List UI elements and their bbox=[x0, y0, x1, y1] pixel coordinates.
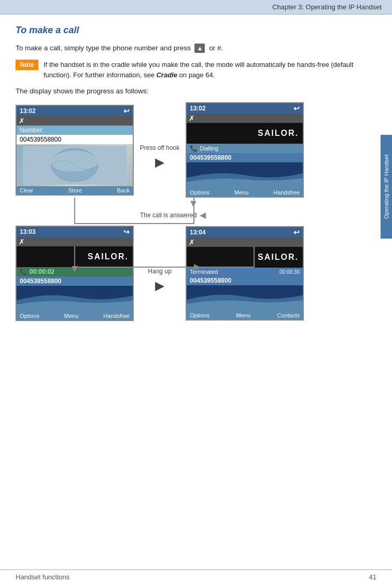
screen4-softkey-left[interactable]: Options bbox=[190, 312, 209, 318]
screen1: 13:02 ↩ ✗ Number: 004539558800 bbox=[16, 105, 134, 196]
screen3-call-time: 📞 00:00:02 bbox=[17, 267, 133, 276]
screen4-softkey-mid[interactable]: Menu bbox=[236, 312, 250, 318]
main-content: To make a call To make a call, simply ty… bbox=[0, 15, 381, 331]
screen1-softkey-left[interactable]: Clear bbox=[20, 187, 33, 193]
screen4-terminated: Terminated 00:00:30 bbox=[187, 268, 303, 276]
page-footer: Handset functions 41 bbox=[0, 569, 392, 584]
hang-up-label: Hang up bbox=[148, 268, 171, 275]
call-up-icon: 📞 bbox=[190, 145, 198, 152]
dialling-label: Dialling bbox=[200, 145, 218, 151]
screen2-softkey-mid[interactable]: Menu bbox=[234, 189, 249, 196]
screen4-time: 13:04 bbox=[190, 229, 206, 236]
screen2-number: 004539558800 bbox=[187, 153, 303, 162]
arrow-right-area: Press off hook ► bbox=[134, 129, 186, 171]
arrow-right-area-2: Hang up ► bbox=[134, 252, 186, 295]
mute-icon-4: ✗ bbox=[189, 238, 195, 246]
call-answered-label: The call is answered bbox=[140, 212, 197, 219]
screen3-icon: ↪ bbox=[123, 228, 130, 236]
screen2-icon: ↩ bbox=[293, 104, 300, 113]
screen4-mute: ✗ bbox=[187, 238, 303, 247]
body-text-1: To make a call, simply type the phone nu… bbox=[16, 43, 365, 53]
screen4-softkey-right[interactable]: Contacts bbox=[277, 312, 300, 318]
chapter-title: Chapter 3: Operating the IP Handset bbox=[272, 3, 382, 11]
screen2-mute: ✗ bbox=[187, 114, 303, 123]
terminated-label: Terminated bbox=[190, 269, 218, 275]
top-screens: 13:02 ↩ ✗ Number: 004539558800 bbox=[16, 102, 365, 198]
screen1-header: 13:02 ↩ bbox=[17, 106, 133, 116]
screen3: 13:03 ↪ ✗ SAILOR. 📞 00:00:02 00453955880… bbox=[16, 226, 134, 321]
screen1-softkey-right[interactable]: Back bbox=[117, 187, 130, 193]
footer-right: 41 bbox=[369, 573, 376, 581]
note-link: Cradle bbox=[156, 71, 177, 79]
note-label: Note bbox=[16, 60, 38, 70]
screen2-softkeys: Options Menu Handsfree bbox=[187, 188, 303, 197]
screen2-landscape bbox=[187, 162, 303, 188]
note-text: If the handset is in the cradle while yo… bbox=[44, 60, 365, 80]
screen3-landscape bbox=[17, 286, 133, 312]
call-answered-area: The call is answered ◀ bbox=[140, 210, 206, 220]
screen1-softkeys: Clear Store Back bbox=[17, 186, 133, 194]
screen2-dialling: 📞 Dialling bbox=[187, 144, 303, 153]
middle-connector-area: ▼ The call is answered ◀ bbox=[16, 198, 365, 224]
screen1-icon: ↩ bbox=[123, 107, 130, 115]
screen4-brand: SAILOR. bbox=[187, 247, 303, 268]
screen4-icon: ↩ bbox=[293, 228, 300, 237]
screen2-header: 13:02 ↩ bbox=[187, 103, 303, 114]
diagram-area: 13:02 ↩ ✗ Number: 004539558800 bbox=[16, 102, 365, 321]
screen4-number: 004539558800 bbox=[187, 276, 303, 285]
screen1-number-label: Number: bbox=[17, 126, 133, 135]
arrow-right-icon: ► bbox=[152, 154, 167, 171]
bottom-screens: 13:03 ↪ ✗ SAILOR. 📞 00:00:02 00453955880… bbox=[16, 226, 365, 321]
sidebar-tab: Operating the IP Handset bbox=[381, 135, 392, 239]
progress-text: The display shows the progress as follow… bbox=[16, 87, 365, 95]
screen4-landscape bbox=[187, 285, 303, 311]
footer-left: Handset functions bbox=[16, 573, 69, 581]
arrow-right-icon-2: ► bbox=[152, 277, 167, 295]
terminated-time: 00:00:30 bbox=[279, 269, 300, 275]
mute-icon: ✗ bbox=[19, 117, 25, 125]
screen3-softkey-mid[interactable]: Menu bbox=[64, 313, 79, 319]
screen4-header: 13:04 ↩ bbox=[187, 227, 303, 238]
screen1-softkey-mid[interactable]: Store bbox=[68, 187, 82, 193]
screen2-brand: SAILOR. bbox=[187, 123, 303, 144]
sidebar-label: Operating the IP Handset bbox=[383, 155, 389, 219]
screen2-time: 13:02 bbox=[190, 105, 206, 112]
press-off-hook-label: Press off hook bbox=[140, 144, 180, 151]
screen2: 13:02 ↩ ✗ SAILOR. 📞 Dialling 00453955880… bbox=[186, 102, 304, 198]
call-active-icon: 📞 bbox=[20, 268, 27, 275]
screen1-number-value: 004539558800 bbox=[17, 135, 133, 145]
screen2-softkey-left[interactable]: Options bbox=[190, 189, 209, 196]
screen1-time: 13:02 bbox=[20, 107, 36, 115]
screen1-mute: ✗ bbox=[17, 116, 133, 126]
screen1-map bbox=[17, 145, 133, 186]
screen3-softkey-left[interactable]: Options bbox=[20, 313, 39, 319]
mute-icon-3: ✗ bbox=[19, 238, 25, 246]
screen4-softkeys: Options Menu Contacts bbox=[187, 311, 303, 319]
screen3-mute: ✗ bbox=[17, 237, 133, 246]
screen3-softkeys: Options Menu Handsfree bbox=[17, 312, 133, 320]
screen3-softkey-right[interactable]: Handsfree bbox=[103, 313, 130, 319]
screen4: 13:04 ↩ ✗ SAILOR. Terminated 00:00:30 00… bbox=[186, 226, 304, 321]
note-box: Note If the handset is in the cradle whi… bbox=[16, 60, 365, 80]
screen2-softkey-right[interactable]: Handsfree bbox=[273, 189, 300, 196]
screen3-duration: 00:00:02 bbox=[30, 268, 54, 275]
mute-icon-2: ✗ bbox=[189, 114, 195, 122]
section-title: To make a call bbox=[16, 25, 365, 36]
screen3-time: 13:03 bbox=[20, 228, 36, 235]
screen3-number: 004539558800 bbox=[17, 276, 133, 286]
screen3-header: 13:03 ↪ bbox=[17, 227, 133, 237]
screen3-brand: SAILOR. bbox=[17, 246, 133, 267]
chapter-header: Chapter 3: Operating the IP Handset bbox=[0, 0, 392, 15]
